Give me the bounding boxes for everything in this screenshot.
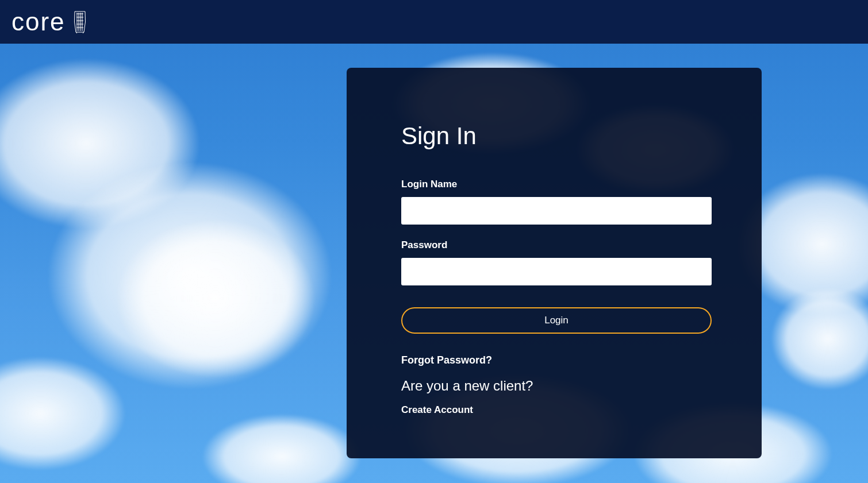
password-label: Password (401, 239, 707, 251)
new-client-prompt: Are you a new client? (401, 378, 707, 394)
password-input[interactable] (401, 258, 712, 285)
forgot-password-link[interactable]: Forgot Password? (401, 354, 707, 366)
harp-icon (72, 9, 89, 34)
login-card: Sign In Login Name Password Login Forgot… (347, 68, 762, 458)
logo-text: core (11, 7, 66, 36)
logo: core (11, 7, 89, 36)
create-account-link[interactable]: Create Account (401, 404, 707, 416)
login-name-label: Login Name (401, 179, 707, 190)
signin-title: Sign In (401, 122, 707, 150)
header-bar: core (0, 0, 868, 44)
login-name-input[interactable] (401, 197, 712, 225)
login-button[interactable]: Login (401, 307, 712, 334)
